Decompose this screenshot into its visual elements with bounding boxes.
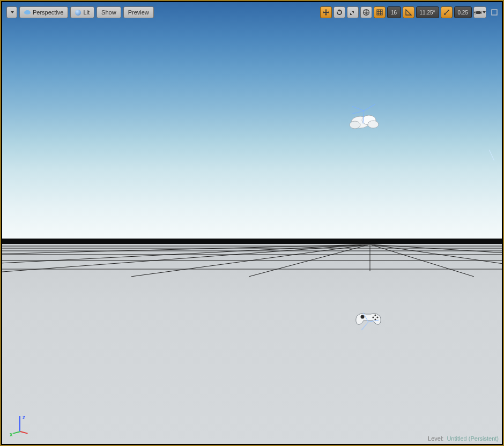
camera-speed-icon xyxy=(474,9,481,16)
axis-y-line xyxy=(20,431,28,434)
rotate-icon xyxy=(336,9,343,16)
translate-gizmo-button[interactable] xyxy=(320,6,332,18)
svg-rect-26 xyxy=(492,10,497,15)
sky-background xyxy=(2,2,502,243)
angle-snap-value[interactable]: 11.25° xyxy=(416,6,439,18)
viewport-options-button[interactable] xyxy=(6,6,17,18)
perspective-icon xyxy=(24,10,31,15)
grid-icon xyxy=(376,9,383,16)
view-mode-button[interactable]: Perspective xyxy=(19,6,68,18)
coordinate-space-button[interactable] xyxy=(360,6,372,18)
maximize-viewport-button[interactable] xyxy=(491,9,498,16)
viewport-toolbar-right: 16 11.25° 0.25 xyxy=(320,6,498,18)
angle-snap-button[interactable] xyxy=(403,6,414,18)
lit-sphere-icon xyxy=(75,10,81,16)
lit-mode-label: Lit xyxy=(83,9,90,16)
preview-button[interactable]: Preview xyxy=(123,6,154,18)
viewport-frame: Perspective Lit Show Preview xyxy=(0,0,504,446)
grid-snap-button[interactable] xyxy=(374,6,386,18)
axis-z-line xyxy=(19,416,20,431)
status-label: Level: xyxy=(428,435,443,442)
horizon xyxy=(2,239,502,244)
scale-gizmo-button[interactable] xyxy=(347,6,359,18)
scale-icon xyxy=(349,9,357,16)
angle-icon xyxy=(405,9,412,16)
ground-plane xyxy=(2,244,502,444)
axis-z-label: z xyxy=(23,414,25,420)
chevron-down-icon xyxy=(11,11,14,13)
axis-x-line xyxy=(13,431,20,434)
preview-label: Preview xyxy=(128,9,149,16)
chevron-down-icon xyxy=(483,11,486,13)
view-mode-label: Perspective xyxy=(33,9,63,16)
scale-snap-value[interactable]: 0.25 xyxy=(454,6,472,18)
status-bar: Level: Untitled (Persistent) xyxy=(428,435,499,442)
globe-icon xyxy=(362,9,370,16)
svg-rect-25 xyxy=(476,11,480,14)
show-label: Show xyxy=(101,9,116,16)
rotate-gizmo-button[interactable] xyxy=(333,6,345,18)
lit-mode-button[interactable]: Lit xyxy=(70,6,94,18)
axis-x-label: x xyxy=(10,432,13,437)
move-icon xyxy=(322,9,330,16)
level-viewport[interactable]: Perspective Lit Show Preview xyxy=(2,2,502,444)
show-button[interactable]: Show xyxy=(97,6,121,18)
axis-gizmo: z x xyxy=(10,415,31,436)
scale-snap-icon xyxy=(443,9,450,16)
camera-speed-button[interactable] xyxy=(473,6,486,18)
grid-snap-value[interactable]: 16 xyxy=(387,6,401,18)
level-name: Untitled (Persistent) xyxy=(447,435,499,442)
scale-snap-button[interactable] xyxy=(441,6,453,18)
viewport-toolbar-left: Perspective Lit Show Preview xyxy=(6,6,154,18)
